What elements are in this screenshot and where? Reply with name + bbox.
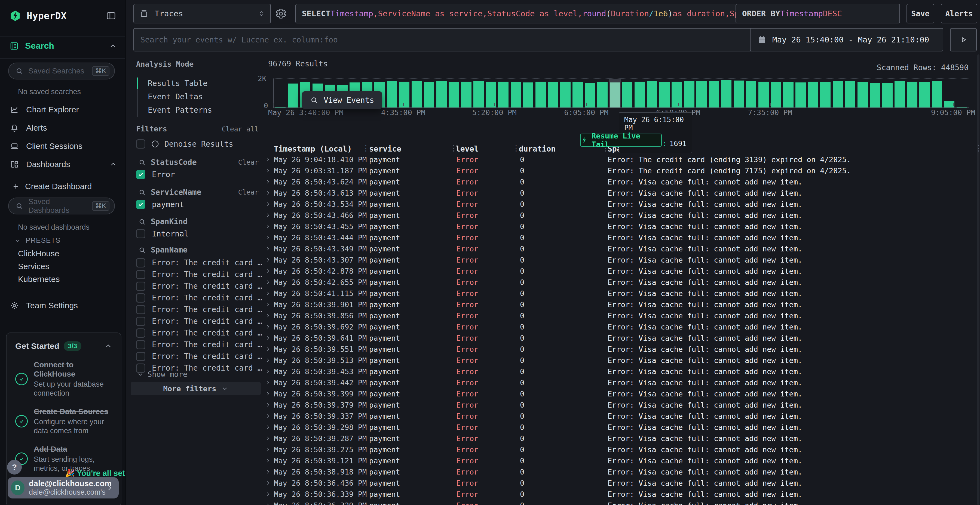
filter-option-payment[interactable]: payment xyxy=(136,200,259,209)
sidebar-item-dashboards[interactable]: Dashboards xyxy=(10,158,117,171)
row-expand-chevron-icon[interactable] xyxy=(265,302,270,307)
unchecked-checkbox[interactable] xyxy=(136,340,145,349)
chart-bar[interactable] xyxy=(733,81,744,108)
chart-bar[interactable] xyxy=(449,82,459,108)
filter-group-name[interactable]: SpanKind xyxy=(151,217,188,226)
source-settings-gear-icon[interactable] xyxy=(275,8,287,20)
chart-bar[interactable] xyxy=(436,81,447,108)
filter-option-error[interactable]: Error xyxy=(136,170,259,179)
chart-bar[interactable] xyxy=(647,81,657,108)
sidebar-item-client-sessions[interactable]: Client Sessions xyxy=(10,140,117,152)
table-row[interactable]: May 26 8:50:39.275 PM payment Error 0 Er… xyxy=(126,444,976,455)
create-dashboard-button[interactable]: Create Dashboard xyxy=(12,180,117,193)
row-expand-chevron-icon[interactable] xyxy=(265,469,270,475)
denoise-results-row[interactable]: Denoise Results xyxy=(136,139,259,149)
unchecked-checkbox[interactable] xyxy=(136,329,145,338)
row-expand-chevron-icon[interactable] xyxy=(265,424,270,430)
filter-option-spanname[interactable]: Error: The credit card … xyxy=(136,280,259,292)
chevron-up-icon[interactable] xyxy=(105,342,112,350)
filter-option-internal[interactable]: Internal xyxy=(136,229,259,238)
clear-servicename-button[interactable]: Clear xyxy=(238,188,259,196)
unchecked-checkbox[interactable] xyxy=(136,352,145,361)
row-expand-chevron-icon[interactable] xyxy=(265,480,270,486)
chart-bar[interactable] xyxy=(399,82,409,108)
row-expand-chevron-icon[interactable] xyxy=(265,213,270,218)
chart-bar[interactable] xyxy=(288,84,298,108)
filter-group-name[interactable]: ServiceName xyxy=(151,188,201,197)
chart-bar[interactable] xyxy=(412,81,422,108)
sidebar-item-search[interactable]: Search xyxy=(9,41,117,51)
chart-bar[interactable] xyxy=(771,82,781,108)
row-expand-chevron-icon[interactable] xyxy=(265,235,270,240)
chart-bar[interactable] xyxy=(845,81,855,108)
user-menu[interactable]: D dale@clickhouse.com dale@clickhouse.co… xyxy=(8,477,119,499)
filter-option-spanname[interactable]: Error: The credit card … xyxy=(136,315,259,327)
row-expand-chevron-icon[interactable] xyxy=(265,413,270,419)
table-row[interactable]: May 26 8:50:36.339 PM payment Error 0 Er… xyxy=(126,489,976,500)
sidebar-item-team-settings[interactable]: Team Settings xyxy=(10,299,117,312)
unchecked-checkbox[interactable] xyxy=(136,305,145,314)
order-by-input[interactable]: ORDER BY Timestamp DESC xyxy=(735,4,900,24)
chart-bar[interactable] xyxy=(635,82,645,108)
run-query-button[interactable] xyxy=(950,28,977,51)
filter-group-name[interactable]: StatusCode xyxy=(151,158,197,167)
row-expand-chevron-icon[interactable] xyxy=(265,357,270,363)
filter-option-spanname[interactable]: Error: The credit card … xyxy=(136,257,259,268)
tab-results-table[interactable]: Results Table xyxy=(138,77,261,90)
row-expand-chevron-icon[interactable] xyxy=(265,346,270,352)
tab-event-deltas[interactable]: Event Deltas xyxy=(138,90,261,103)
chart-bar[interactable] xyxy=(684,81,694,108)
checked-checkbox[interactable] xyxy=(136,170,145,179)
row-expand-chevron-icon[interactable] xyxy=(265,369,270,374)
chart-bar[interactable] xyxy=(919,82,930,108)
col-header-duration[interactable]: duration xyxy=(519,144,555,154)
chart-bar[interactable] xyxy=(820,82,830,108)
column-resize-handle[interactable]: ⋮ xyxy=(362,143,370,152)
get-started-item[interactable]: Create Data Sources Configure where your… xyxy=(15,407,112,435)
table-row[interactable]: May 26 8:50:39.337 PM payment Error 0 Er… xyxy=(126,411,976,422)
chart-bar[interactable] xyxy=(573,82,583,108)
unchecked-checkbox[interactable] xyxy=(136,317,145,326)
time-range-picker[interactable]: May 26 15:40:00 - May 26 21:10:00 xyxy=(750,28,943,51)
row-expand-chevron-icon[interactable] xyxy=(265,246,270,251)
alerts-button[interactable]: Alerts xyxy=(941,4,977,24)
chart-bar[interactable] xyxy=(709,81,719,108)
chart-bar[interactable] xyxy=(808,82,818,108)
row-expand-chevron-icon[interactable] xyxy=(265,279,270,285)
clear-all-button[interactable]: Clear all xyxy=(222,125,259,133)
help-button[interactable]: ? xyxy=(7,460,22,475)
sidebar-item-chart-explorer[interactable]: Chart Explorer xyxy=(10,103,117,116)
table-row[interactable]: May 26 8:50:39.121 PM payment Error 0 Er… xyxy=(126,455,976,466)
column-resize-handle[interactable]: ⋮ xyxy=(975,143,980,152)
column-resize-handle[interactable]: ⋮ xyxy=(449,143,458,152)
source-select[interactable]: Traces xyxy=(134,4,271,24)
row-expand-chevron-icon[interactable] xyxy=(265,335,270,341)
chart-bar[interactable] xyxy=(783,82,794,108)
chevron-up-icon[interactable] xyxy=(110,160,117,168)
row-expand-chevron-icon[interactable] xyxy=(265,324,270,329)
table-row[interactable]: May 26 8:50:36.436 PM payment Error 0 Er… xyxy=(126,478,976,489)
filter-option-spanname[interactable]: Error: The credit card … xyxy=(136,351,259,362)
chart-bar[interactable] xyxy=(424,82,434,108)
sidebar-preset-item[interactable]: Services xyxy=(18,260,117,273)
checked-checkbox[interactable] xyxy=(136,200,145,209)
row-expand-chevron-icon[interactable] xyxy=(265,157,270,162)
row-expand-chevron-icon[interactable] xyxy=(265,179,270,184)
chart-bar[interactable] xyxy=(833,81,843,108)
chart-bar[interactable] xyxy=(858,82,868,108)
unchecked-checkbox[interactable] xyxy=(136,258,145,267)
col-header-level[interactable]: level xyxy=(456,144,479,154)
saved-dashboards-input[interactable]: Saved Dashboards ⌘K xyxy=(8,197,115,214)
filter-option-spanname[interactable]: Error: The credit card … xyxy=(136,268,259,280)
chart-bar[interactable] xyxy=(907,82,917,108)
saved-searches-input[interactable]: Saved Searches ⌘K xyxy=(8,63,115,79)
chart-bar[interactable] xyxy=(535,82,546,108)
chart-bar[interactable] xyxy=(746,81,756,108)
sidebar-preset-item[interactable]: Kubernetes xyxy=(18,273,117,286)
column-resize-handle[interactable]: ⋮ xyxy=(512,143,520,152)
row-expand-chevron-icon[interactable] xyxy=(265,391,270,397)
tab-event-patterns[interactable]: Event Patterns xyxy=(138,103,261,117)
chart-bar[interactable] xyxy=(882,83,892,108)
vertical-scrollbar[interactable] xyxy=(977,54,980,505)
clear-statuscode-button[interactable]: Clear xyxy=(238,158,259,166)
